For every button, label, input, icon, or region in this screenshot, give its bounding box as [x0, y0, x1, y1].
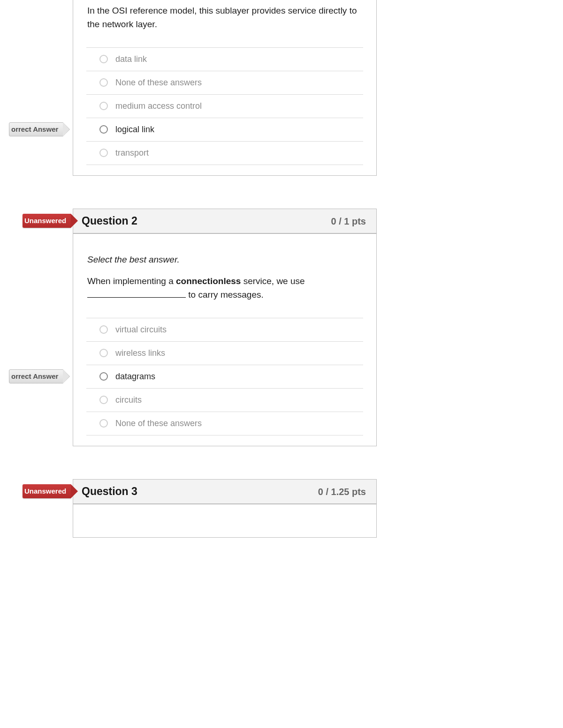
question-body: [73, 504, 376, 537]
answer-text: wireless links: [115, 348, 165, 358]
prompt-bold: connectionless: [176, 276, 241, 286]
answer-option[interactable]: wireless links: [86, 341, 363, 365]
answer-option-correct[interactable]: orrect Answer datagrams: [86, 365, 363, 388]
blank-line: [87, 289, 186, 298]
prompt-pre: When implementing a: [87, 276, 176, 286]
question-title: Question 3: [82, 485, 137, 498]
radio-icon: [99, 349, 108, 357]
radio-icon: [99, 125, 108, 134]
answer-option[interactable]: circuits: [86, 388, 363, 412]
radio-icon: [99, 419, 108, 428]
answer-text: medium access control: [115, 101, 202, 111]
question-body: Select the best answer. When implementin…: [73, 234, 376, 446]
answer-text: circuits: [115, 395, 142, 405]
answer-option[interactable]: medium access control: [86, 94, 363, 118]
answer-text: datagrams: [115, 372, 155, 382]
answer-text: transport: [115, 148, 149, 158]
answer-option[interactable]: None of these answers: [86, 412, 363, 435]
answer-text: virtual circuits: [115, 325, 167, 335]
unanswered-flag: Unanswered: [23, 214, 71, 228]
answer-list: virtual circuits wireless links orrect A…: [86, 318, 363, 435]
question-card: Unanswered Question 2 0 / 1 pts Select t…: [73, 209, 377, 446]
question-prompt: When implementing a connectionless servi…: [87, 274, 363, 302]
answer-option[interactable]: transport: [86, 141, 363, 165]
question-instruction: Select the best answer.: [87, 255, 363, 265]
answer-text: data link: [115, 54, 147, 64]
question-header: Question 2 0 / 1 pts: [73, 209, 376, 234]
radio-icon: [99, 55, 108, 63]
question-card: Unanswered Question 3 0 / 1.25 pts: [73, 479, 377, 538]
radio-icon: [99, 149, 108, 157]
unanswered-flag: Unanswered: [23, 484, 71, 498]
question-card: In the OSI reference model, this sublaye…: [73, 0, 377, 176]
radio-icon: [99, 325, 108, 334]
answer-text: None of these answers: [115, 78, 202, 88]
question-body: In the OSI reference model, this sublaye…: [73, 0, 376, 175]
correct-answer-flag: orrect Answer: [9, 369, 63, 383]
prompt-mid: service, we use: [241, 276, 304, 286]
question-points: 0 / 1.25 pts: [318, 487, 366, 497]
prompt-post: to carry messages.: [186, 290, 264, 300]
answer-text: logical link: [115, 125, 154, 135]
question-prompt: In the OSI reference model, this sublaye…: [87, 4, 363, 31]
answer-text: None of these answers: [115, 419, 202, 428]
question-points: 0 / 1 pts: [331, 216, 366, 227]
correct-answer-flag: orrect Answer: [9, 122, 63, 136]
answer-option-correct[interactable]: orrect Answer logical link: [86, 118, 363, 141]
question-title: Question 2: [82, 215, 137, 227]
answer-option[interactable]: data link: [86, 47, 363, 71]
radio-icon: [99, 372, 108, 381]
radio-icon: [99, 102, 108, 110]
answer-option[interactable]: virtual circuits: [86, 318, 363, 341]
radio-icon: [99, 78, 108, 87]
answer-list: data link None of these answers medium a…: [86, 47, 363, 165]
question-header: Question 3 0 / 1.25 pts: [73, 480, 376, 504]
radio-icon: [99, 396, 108, 404]
quiz-page: In the OSI reference model, this sublaye…: [0, 0, 563, 728]
answer-option[interactable]: None of these answers: [86, 71, 363, 94]
